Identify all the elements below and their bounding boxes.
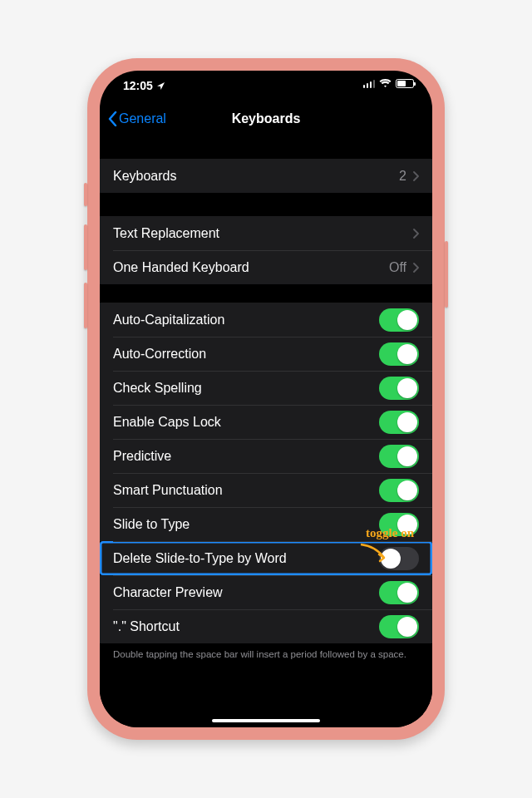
toggle-row[interactable]: Auto-Correction [100,337,432,371]
home-indicator [212,719,320,722]
volume-up-button [84,224,87,270]
toggle-row[interactable]: Predictive [100,439,432,473]
toggle-list: Auto-CapitalizationAuto-CorrectionCheck … [100,303,432,643]
row-label: Smart Punctuation [113,483,223,498]
row-label: Auto-Correction [113,347,206,362]
phone-frame: 12:05 General [87,58,445,740]
toggle-row[interactable]: Character Preview [100,575,432,609]
notch [187,71,345,94]
toggle-row[interactable]: Delete Slide-to-Type by Wordtoggle on [100,541,432,575]
toggle-switch[interactable] [379,411,419,434]
footer-note: Double tapping the space bar will insert… [100,643,432,662]
toggle-switch[interactable] [379,445,419,468]
page-title: Keyboards [232,111,301,126]
toggle-switch[interactable] [379,581,419,604]
row-label: Enable Caps Lock [113,415,221,430]
keyboards-row[interactable]: Keyboards 2 [100,159,432,193]
toggle-switch[interactable] [379,547,419,570]
toggle-switch[interactable] [379,342,419,366]
location-icon [156,81,165,91]
row-value: 2 [399,169,406,184]
toggle-switch[interactable] [379,479,419,502]
toggle-row[interactable]: Auto-Capitalization [100,303,432,337]
mute-switch [84,183,87,206]
row-label: "." Shortcut [113,619,180,634]
toggle-row[interactable]: Check Spelling [100,371,432,405]
chevron-left-icon [108,111,117,126]
row-label: Keyboards [113,169,177,184]
row-label: Character Preview [113,585,223,600]
wifi-icon [379,79,392,88]
row-label: One Handed Keyboard [113,260,249,275]
toggle-row[interactable]: "." Shortcut [100,609,432,643]
back-button[interactable]: General [108,111,166,126]
nav-bar: General Keyboards [100,102,432,135]
chevron-right-icon [413,229,419,239]
row-value: Off [389,260,406,275]
row-label: Text Replacement [113,226,219,241]
chevron-right-icon [413,263,419,273]
volume-down-button [84,283,87,328]
text-replacement-row[interactable]: Text Replacement [100,216,432,250]
chevron-right-icon [413,171,419,181]
power-button [445,241,448,308]
status-time: 12:05 [123,79,153,92]
toggle-row[interactable]: Smart Punctuation [100,473,432,507]
row-label: Delete Slide-to-Type by Word [113,551,287,566]
battery-icon [396,79,414,88]
toggle-switch[interactable] [379,513,419,536]
toggle-row[interactable]: Enable Caps Lock [100,405,432,439]
row-label: Predictive [113,449,171,464]
one-handed-keyboard-row[interactable]: One Handed Keyboard Off [100,250,432,284]
back-label: General [119,111,166,126]
row-label: Auto-Capitalization [113,313,224,328]
toggle-switch[interactable] [379,615,419,638]
row-label: Check Spelling [113,381,202,396]
row-label: Slide to Type [113,517,190,532]
screen: 12:05 General [100,71,432,727]
signal-icon [363,80,376,88]
content: Keyboards 2 Text Replacement On [100,135,432,727]
toggle-switch[interactable] [379,308,419,332]
toggle-row[interactable]: Slide to Type [100,507,432,541]
toggle-switch[interactable] [379,377,419,400]
